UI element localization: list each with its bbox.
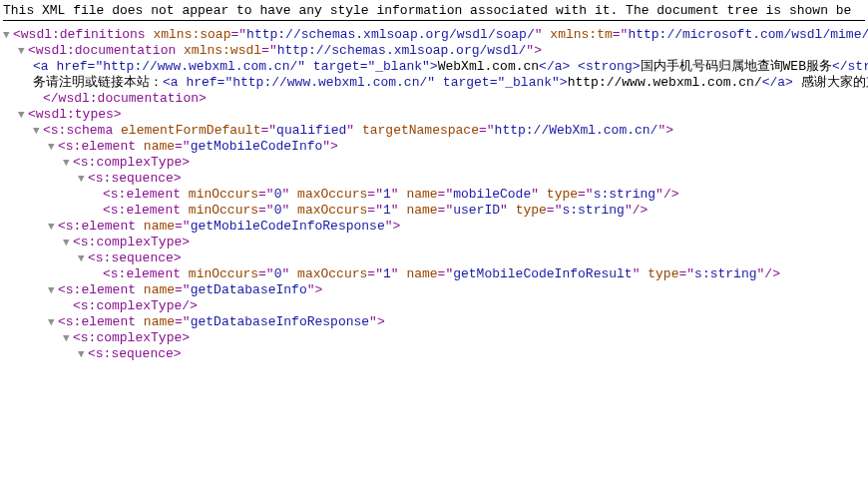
complextype-self: ▼<s:complexType/> bbox=[63, 298, 865, 314]
toggle-icon[interactable]: ▼ bbox=[63, 155, 73, 171]
no-style-header: This XML file does not appear to have an… bbox=[3, 3, 865, 18]
node-complextype: ▼<s:complexType>▼<s:sequence> bbox=[63, 330, 865, 362]
node-complextype: ▼<s:complexType>▼<s:sequence>▼<s:element… bbox=[63, 155, 865, 219]
node-schema: ▼<s:schema elementFormDefault="qualified… bbox=[33, 123, 865, 362]
toggle-icon[interactable]: ▼ bbox=[3, 27, 13, 43]
node-documentation: ▼<wsdl:documentation xmlns:wsdl="http://… bbox=[18, 43, 865, 107]
toggle-icon[interactable]: ▼ bbox=[48, 314, 58, 330]
documentation-content: <a href="http://www.webxml.com.cn/" targ… bbox=[33, 59, 865, 91]
inner-element: ▼<s:element minOccurs="0" maxOccurs="1" … bbox=[93, 266, 865, 282]
node-element: ▼<s:element name="getMobileCodeInfo">▼<s… bbox=[48, 139, 865, 219]
definitions-open-tag: <wsdl:definitions xmlns:soap="http://sch… bbox=[13, 27, 868, 42]
toggle-icon[interactable]: ▼ bbox=[78, 171, 88, 187]
toggle-icon[interactable]: ▼ bbox=[33, 123, 43, 139]
toggle-icon[interactable]: ▼ bbox=[63, 235, 73, 250]
toggle-icon[interactable]: ▼ bbox=[78, 346, 88, 362]
inner-element: ▼<s:element minOccurs="0" maxOccurs="1" … bbox=[93, 203, 865, 219]
node-element: ▼<s:element name="getDatabaseInfoRespons… bbox=[48, 314, 865, 362]
toggle-icon[interactable]: ▼ bbox=[18, 43, 28, 59]
node-element: ▼<s:element name="getDatabaseInfo">▼<s:c… bbox=[48, 282, 865, 314]
node-sequence: ▼<s:sequence>▼<s:element minOccurs="0" m… bbox=[78, 250, 865, 282]
toggle-icon[interactable]: ▼ bbox=[48, 139, 58, 155]
toggle-icon[interactable]: ▼ bbox=[48, 219, 58, 235]
node-element: ▼<s:element name="getMobileCodeInfoRespo… bbox=[48, 219, 865, 282]
schema-open-tag: <s:schema elementFormDefault="qualified"… bbox=[43, 123, 673, 138]
types-open-tag: <wsdl:types> bbox=[28, 107, 122, 122]
toggle-icon[interactable]: ▼ bbox=[18, 107, 28, 123]
header-text: This XML file does not appear to have an… bbox=[3, 3, 851, 18]
xml-tree: ▼<wsdl:definitions xmlns:soap="http://sc… bbox=[3, 27, 865, 362]
node-definitions: ▼<wsdl:definitions xmlns:soap="http://sc… bbox=[3, 27, 865, 362]
toggle-icon[interactable]: ▼ bbox=[48, 282, 58, 298]
documentation-open-tag: <wsdl:documentation xmlns:wsdl="http://s… bbox=[28, 43, 542, 58]
toggle-icon[interactable]: ▼ bbox=[63, 330, 73, 346]
inner-element: ▼<s:element minOccurs="0" maxOccurs="1" … bbox=[93, 187, 865, 203]
separator bbox=[3, 20, 865, 21]
node-sequence: ▼<s:sequence> bbox=[78, 346, 865, 362]
toggle-icon[interactable]: ▼ bbox=[78, 250, 88, 266]
node-types: ▼<wsdl:types> ▼<s:schema elementFormDefa… bbox=[18, 107, 865, 362]
documentation-close-tag: </wsdl:documentation> bbox=[33, 91, 865, 107]
node-complextype: ▼<s:complexType>▼<s:sequence>▼<s:element… bbox=[63, 235, 865, 282]
node-sequence: ▼<s:sequence>▼<s:element minOccurs="0" m… bbox=[78, 171, 865, 219]
